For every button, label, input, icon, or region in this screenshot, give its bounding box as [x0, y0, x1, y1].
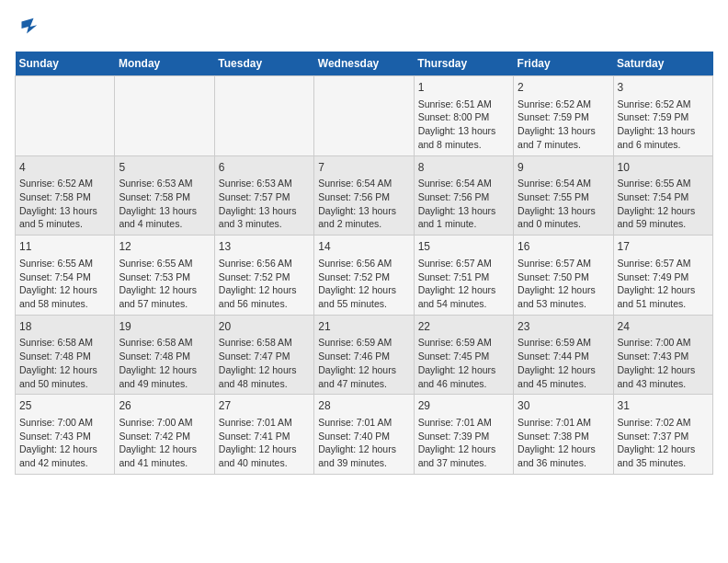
- day-info: Daylight: 13 hours: [618, 124, 709, 138]
- day-info: Sunset: 7:43 PM: [618, 350, 709, 363]
- calendar-cell: 26Sunrise: 7:00 AMSunset: 7:42 PMDayligh…: [115, 395, 214, 475]
- day-info: and 0 minutes.: [518, 217, 609, 231]
- calendar-cell: 8Sunrise: 6:54 AMSunset: 7:56 PMDaylight…: [414, 155, 513, 236]
- day-info: Sunrise: 6:58 AM: [219, 336, 310, 350]
- day-info: Daylight: 12 hours: [318, 363, 409, 377]
- calendar-table: Sunday Monday Tuesday Wednesday Thursday…: [15, 52, 713, 475]
- day-info: Sunrise: 6:52 AM: [618, 98, 709, 111]
- day-number: 20: [219, 319, 310, 335]
- day-info: and 47 minutes.: [318, 377, 409, 391]
- day-info: and 49 minutes.: [119, 377, 210, 391]
- day-info: Daylight: 12 hours: [618, 283, 709, 297]
- calendar-cell: 5Sunrise: 6:53 AMSunset: 7:58 PMDaylight…: [115, 155, 214, 236]
- day-info: Sunset: 7:58 PM: [19, 190, 110, 204]
- day-number: 19: [119, 319, 210, 335]
- day-info: Daylight: 12 hours: [418, 363, 509, 377]
- day-info: Daylight: 12 hours: [119, 442, 210, 456]
- day-info: Sunset: 7:40 PM: [318, 430, 409, 443]
- day-info: and 4 minutes.: [119, 217, 210, 231]
- day-info: Sunrise: 6:54 AM: [518, 177, 609, 190]
- day-info: Daylight: 12 hours: [219, 283, 310, 297]
- day-number: 21: [318, 319, 409, 335]
- day-info: Sunrise: 6:57 AM: [518, 257, 609, 270]
- day-number: 3: [618, 80, 709, 96]
- day-info: Sunrise: 7:00 AM: [19, 416, 110, 430]
- col-saturday: Saturday: [613, 52, 712, 76]
- day-info: Sunrise: 6:55 AM: [119, 257, 210, 270]
- day-info: Sunset: 7:59 PM: [618, 110, 709, 124]
- week-row-2: 4Sunrise: 6:52 AMSunset: 7:58 PMDaylight…: [16, 155, 713, 236]
- day-number: 11: [19, 239, 110, 255]
- day-info: Daylight: 12 hours: [518, 442, 609, 456]
- calendar-cell: 15Sunrise: 6:57 AMSunset: 7:51 PMDayligh…: [414, 236, 513, 316]
- day-info: Sunrise: 7:00 AM: [119, 416, 210, 430]
- col-tuesday: Tuesday: [214, 52, 313, 76]
- day-number: 28: [318, 398, 409, 414]
- calendar-cell: 16Sunrise: 6:57 AMSunset: 7:50 PMDayligh…: [514, 236, 613, 316]
- day-info: Daylight: 13 hours: [518, 204, 609, 218]
- day-info: and 50 minutes.: [19, 377, 110, 391]
- day-info: and 43 minutes.: [618, 377, 709, 391]
- day-info: Daylight: 12 hours: [119, 283, 210, 297]
- day-info: Sunrise: 7:01 AM: [518, 416, 609, 430]
- col-sunday: Sunday: [16, 52, 115, 76]
- day-info: Sunset: 7:45 PM: [418, 350, 509, 363]
- calendar-cell: 23Sunrise: 6:59 AMSunset: 7:44 PMDayligh…: [514, 315, 613, 395]
- calendar-cell: 18Sunrise: 6:58 AMSunset: 7:48 PMDayligh…: [16, 315, 115, 395]
- day-number: 14: [318, 239, 409, 255]
- day-info: and 58 minutes.: [19, 297, 110, 311]
- day-info: Sunset: 7:48 PM: [19, 350, 110, 363]
- day-info: Daylight: 13 hours: [418, 204, 509, 218]
- calendar-cell: 4Sunrise: 6:52 AMSunset: 7:58 PMDaylight…: [16, 155, 115, 236]
- day-info: and 39 minutes.: [318, 456, 409, 470]
- calendar-cell: [16, 76, 115, 156]
- day-info: Sunrise: 6:55 AM: [19, 257, 110, 270]
- calendar-cell: 27Sunrise: 7:01 AMSunset: 7:41 PMDayligh…: [214, 395, 313, 475]
- day-info: and 5 minutes.: [19, 217, 110, 231]
- day-number: 18: [19, 319, 110, 335]
- day-number: 29: [418, 398, 509, 414]
- calendar-cell: 12Sunrise: 6:55 AMSunset: 7:53 PMDayligh…: [115, 236, 214, 316]
- day-number: 4: [19, 160, 110, 176]
- day-info: and 40 minutes.: [219, 456, 310, 470]
- week-row-3: 11Sunrise: 6:55 AMSunset: 7:54 PMDayligh…: [16, 236, 713, 316]
- day-info: Sunrise: 6:58 AM: [19, 336, 110, 350]
- day-info: and 57 minutes.: [119, 297, 210, 311]
- day-info: Daylight: 12 hours: [19, 283, 110, 297]
- calendar-cell: 7Sunrise: 6:54 AMSunset: 7:56 PMDaylight…: [314, 155, 414, 236]
- week-row-1: 1Sunrise: 6:51 AMSunset: 8:00 PMDaylight…: [16, 76, 713, 156]
- day-number: 6: [219, 160, 310, 176]
- calendar-cell: 21Sunrise: 6:59 AMSunset: 7:46 PMDayligh…: [314, 315, 414, 395]
- day-info: and 51 minutes.: [618, 297, 709, 311]
- day-info: Daylight: 12 hours: [618, 363, 709, 377]
- day-info: Sunset: 7:46 PM: [318, 350, 409, 363]
- header-row: Sunday Monday Tuesday Wednesday Thursday…: [16, 52, 713, 76]
- day-info: Daylight: 13 hours: [119, 204, 210, 218]
- day-info: Daylight: 12 hours: [518, 283, 609, 297]
- day-info: Sunrise: 6:55 AM: [618, 177, 709, 190]
- day-info: Daylight: 12 hours: [418, 283, 509, 297]
- day-number: 13: [219, 239, 310, 255]
- calendar-cell: 31Sunrise: 7:02 AMSunset: 7:37 PMDayligh…: [613, 395, 712, 475]
- calendar-cell: 28Sunrise: 7:01 AMSunset: 7:40 PMDayligh…: [314, 395, 414, 475]
- day-info: Sunset: 7:48 PM: [119, 350, 210, 363]
- day-info: and 55 minutes.: [318, 297, 409, 311]
- day-info: and 1 minute.: [418, 217, 509, 231]
- calendar-cell: 22Sunrise: 6:59 AMSunset: 7:45 PMDayligh…: [414, 315, 513, 395]
- day-number: 7: [318, 160, 409, 176]
- day-number: 22: [418, 319, 509, 335]
- calendar-cell: [214, 76, 313, 156]
- calendar-cell: 17Sunrise: 6:57 AMSunset: 7:49 PMDayligh…: [613, 236, 712, 316]
- day-number: 17: [618, 239, 709, 255]
- day-info: Sunset: 7:53 PM: [119, 270, 210, 284]
- day-number: 27: [219, 398, 310, 414]
- day-info: Sunrise: 6:51 AM: [418, 98, 509, 111]
- day-info: Sunrise: 6:59 AM: [418, 336, 509, 350]
- day-number: 16: [518, 239, 609, 255]
- day-info: Daylight: 12 hours: [518, 363, 609, 377]
- day-info: and 37 minutes.: [418, 456, 509, 470]
- day-number: 9: [518, 160, 609, 176]
- day-info: Sunrise: 6:57 AM: [418, 257, 509, 270]
- svg-marker-0: [21, 18, 37, 34]
- day-info: and 3 minutes.: [219, 217, 310, 231]
